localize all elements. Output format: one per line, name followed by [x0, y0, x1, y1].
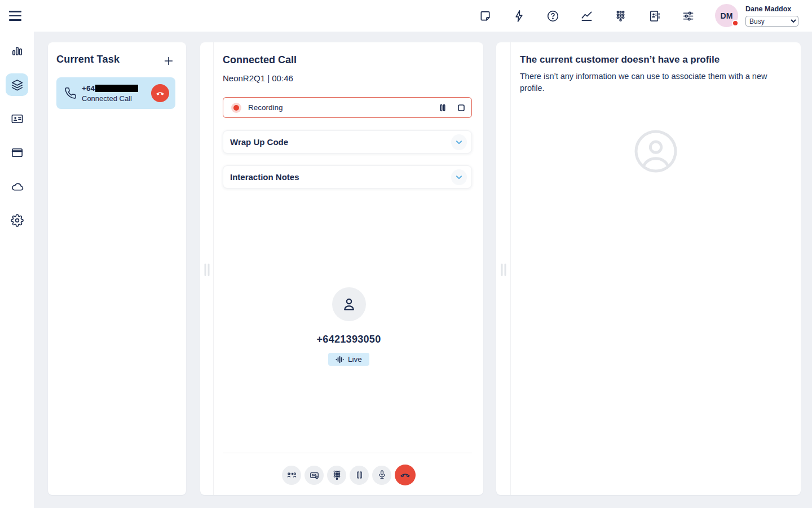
stop-recording-icon[interactable] — [453, 99, 470, 116]
live-label: Live — [348, 355, 362, 364]
task-hangup-button[interactable] — [151, 84, 169, 102]
recording-label: Recording — [248, 103, 434, 112]
active-task-item[interactable]: +64 Connected Call — [56, 77, 175, 109]
call-queue-and-timer: NeonR2Q1 | 00:46 — [223, 73, 293, 83]
dialpad-icon[interactable] — [327, 466, 346, 485]
contact-card-icon[interactable] — [6, 107, 28, 130]
help-icon[interactable] — [541, 5, 564, 27]
contacts-icon[interactable] — [643, 5, 665, 27]
panel-resize-strip[interactable] — [200, 42, 214, 495]
interaction-notes-label: Interaction Notes — [230, 172, 451, 182]
live-badge: Live — [328, 353, 369, 366]
no-profile-description: There isn’t any information we can use t… — [520, 71, 785, 94]
header-icon-toolbar — [474, 5, 699, 27]
add-task-icon[interactable] — [160, 52, 177, 69]
waveform-icon — [336, 356, 345, 364]
browser-icon[interactable] — [6, 141, 28, 164]
person-avatar-icon — [332, 287, 366, 321]
user-avatar[interactable]: DM — [715, 4, 738, 27]
app-header: DM Dane Maddox Busy — [0, 0, 812, 32]
gear-icon[interactable] — [6, 209, 28, 231]
transfer-call-icon[interactable] — [282, 466, 301, 485]
task-phone-number: +64 — [82, 84, 151, 93]
current-task-title: Current Task — [56, 54, 120, 65]
interaction-notes-accordion[interactable]: Interaction Notes — [223, 165, 472, 189]
hold-icon[interactable] — [350, 466, 369, 485]
call-panel-title: Connected Call — [223, 54, 297, 66]
sliders-icon[interactable] — [677, 5, 699, 27]
task-status-label: Connected Call — [82, 94, 151, 103]
phone-icon — [64, 87, 77, 99]
chevron-down-icon[interactable] — [451, 134, 467, 150]
callee-phone-number: +6421393050 — [214, 334, 483, 345]
redacted-phone-digits — [95, 85, 138, 92]
recording-bar: Recording — [223, 97, 472, 118]
customer-profile-panel: The current customer doesn’t have a prof… — [496, 42, 801, 495]
panel-resize-strip[interactable] — [496, 42, 511, 495]
analytics-icon[interactable] — [575, 5, 598, 27]
busy-status-dot — [732, 20, 739, 27]
lightning-icon[interactable] — [508, 5, 530, 27]
cloud-icon[interactable] — [6, 175, 28, 198]
dialpad-icon[interactable] — [609, 5, 632, 27]
call-controls — [214, 465, 483, 485]
connected-call-panel: Connected Call NeonR2Q1 | 00:46 Recordin… — [200, 42, 483, 495]
record-icon[interactable] — [304, 466, 324, 485]
profile-placeholder-icon — [511, 129, 801, 174]
chevron-down-icon[interactable] — [451, 169, 467, 185]
note-icon[interactable] — [474, 5, 496, 27]
callee-block: +6421393050 Live — [214, 287, 483, 366]
bar-chart-icon[interactable] — [6, 40, 28, 62]
drag-handle-icon[interactable] — [204, 264, 209, 276]
task-text: +64 Connected Call — [82, 84, 151, 103]
current-task-panel: Current Task +64 Connected Call — [48, 42, 186, 495]
wrap-up-code-label: Wrap Up Code — [230, 137, 451, 147]
wrap-up-code-accordion[interactable]: Wrap Up Code — [223, 130, 472, 154]
drag-handle-icon[interactable] — [501, 264, 506, 276]
controls-divider — [223, 453, 472, 453]
user-name: Dane Maddox — [745, 5, 791, 13]
user-initials: DM — [721, 11, 733, 20]
menu-icon[interactable] — [8, 7, 26, 24]
layers-icon[interactable] — [6, 73, 28, 96]
status-select[interactable]: Busy — [745, 16, 798, 27]
left-nav-rail — [0, 32, 34, 508]
hangup-icon[interactable] — [395, 465, 416, 485]
no-profile-title: The current customer doesn’t have a prof… — [520, 54, 720, 65]
recording-dot-icon — [233, 105, 239, 111]
mute-icon[interactable] — [372, 466, 391, 485]
pause-recording-icon[interactable] — [434, 99, 451, 116]
